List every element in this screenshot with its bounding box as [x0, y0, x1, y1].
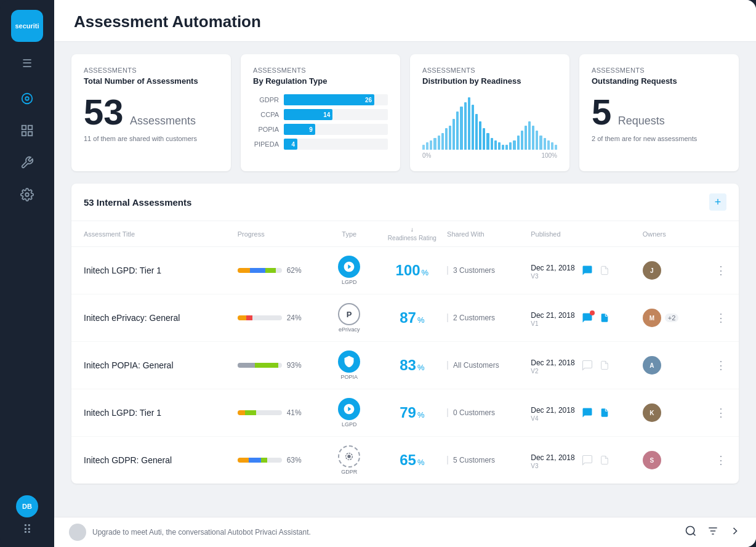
pub-version: V4 [531, 415, 574, 422]
progress-cell: 41% [238, 408, 321, 417]
progress-cell: 62% [238, 266, 321, 275]
progress-bar [238, 268, 282, 273]
menu-toggle[interactable]: ☰ [17, 52, 37, 75]
type-cell: LGPD [321, 256, 377, 285]
col-header-shared: Shared With [447, 226, 531, 241]
stats-row: Assessments Total Number of Assessments … [71, 54, 739, 171]
pub-date: Dec 21, 2018 [531, 453, 574, 462]
owners-cell: S ⋮ [643, 451, 726, 469]
svg-point-6 [25, 193, 29, 197]
svg-rect-3 [28, 126, 32, 129]
readiness-cell: 65 % [377, 452, 447, 469]
owners-extra: +2 [665, 314, 679, 322]
shared-cell: 3 Customers [447, 266, 531, 275]
readiness-cell: 100 % [377, 262, 447, 279]
type-label: POPIA [340, 374, 358, 380]
owners-cell: A ⋮ [643, 356, 726, 375]
filter-bottom-icon[interactable] [707, 525, 719, 540]
row-menu-button[interactable]: ⋮ [715, 406, 726, 419]
svg-rect-5 [28, 132, 32, 136]
chat-avatar [69, 524, 86, 541]
nav-privacy[interactable] [15, 86, 39, 111]
pub-date: Dec 21, 2018 [531, 264, 574, 272]
doc-icon[interactable] [597, 405, 612, 420]
logo[interactable]: securiti [11, 10, 43, 42]
svg-point-9 [686, 527, 694, 535]
type-label: LGPD [342, 421, 357, 427]
row-menu-button[interactable]: ⋮ [715, 264, 726, 277]
progress-pct: 63% [287, 456, 302, 464]
type-cell: GDPR [321, 445, 377, 475]
pub-date: Dec 21, 2018 [531, 311, 574, 320]
readiness-unit: % [417, 410, 425, 419]
row-title: Initech LGPD: Tier 1 [84, 265, 238, 275]
svg-point-8 [348, 455, 350, 458]
bar-gdpr: GDPR 26 [253, 94, 388, 105]
col-header-owners: Owners [643, 226, 726, 241]
col-header-published: Published [531, 226, 643, 241]
bar-popia: POPIA 9 [253, 124, 388, 135]
stat-total-assessments: Assessments Total Number of Assessments … [71, 54, 231, 171]
regulation-bar-chart: GDPR 26 CCPA 14 POPIA 9 [253, 94, 388, 150]
shared-text: 0 Customers [453, 408, 495, 417]
sidebar-dots[interactable]: ⠿ [23, 522, 32, 537]
nav-settings[interactable] [15, 182, 39, 207]
shared-text: 3 Customers [453, 266, 495, 275]
readiness-value: 65 [400, 452, 416, 469]
published-cell: Dec 21, 2018 V3 [531, 452, 643, 469]
row-title: Initech LGPD: Tier 1 [84, 408, 238, 418]
col-header-progress: Progress [238, 226, 321, 241]
stat-by-regulation: Assessments By Regulation Type GDPR 26 C… [241, 54, 400, 171]
bar-ccpa: CCPA 14 [253, 109, 388, 120]
pub-icons [580, 453, 612, 468]
readiness-cell: 83 % [377, 357, 447, 374]
add-assessment-button[interactable]: + [709, 193, 726, 211]
type-label: ePrivacy [339, 326, 360, 333]
main-content: Assessment Automation Assessments Total … [54, 0, 756, 547]
published-cell: Dec 21, 2018 V1 [531, 309, 643, 327]
nav-tools[interactable] [15, 150, 39, 175]
row-menu-button[interactable]: ⋮ [715, 311, 726, 325]
search-bottom-icon[interactable] [685, 525, 697, 540]
owner-avatar: K [643, 403, 661, 422]
chat-text: Upgrade to meet Auti, the conversational… [92, 528, 311, 537]
readiness-value: 100 [396, 262, 420, 279]
table-row: Initech ePrivacy: General 24% P ePrivacy… [71, 294, 739, 342]
chat-icon[interactable] [580, 263, 595, 278]
type-cell: P ePrivacy [321, 303, 377, 333]
distribution-chart [422, 94, 557, 150]
type-label: LGPD [342, 279, 357, 285]
row-title: Initech ePrivacy: General [84, 313, 238, 323]
progress-bar [238, 458, 282, 463]
shared-text: All Customers [453, 361, 499, 370]
readiness-unit: % [422, 268, 429, 277]
doc-icon[interactable] [597, 310, 612, 325]
published-cell: Dec 21, 2018 V2 [531, 357, 643, 375]
table-row: Initech LGPD: Tier 1 62% LGPD 100 % 3 Cu… [71, 247, 739, 294]
svg-rect-2 [22, 126, 26, 129]
header: Assessment Automation [54, 0, 756, 42]
published-cell: Dec 21, 2018 V3 [531, 262, 643, 280]
svg-point-0 [22, 94, 33, 104]
readiness-value: 79 [400, 404, 416, 421]
chat-icon-empty [580, 358, 595, 373]
row-menu-button[interactable]: ⋮ [715, 453, 726, 467]
pub-version: V3 [531, 273, 574, 280]
table-header: 53 Internal Assessments + [71, 184, 739, 221]
row-menu-button[interactable]: ⋮ [715, 359, 726, 372]
doc-icon-empty [597, 263, 612, 278]
chat-icon[interactable] [580, 405, 595, 420]
readiness-unit: % [417, 315, 425, 325]
table-title: 53 Internal Assessments [84, 197, 191, 208]
user-avatar[interactable]: DB [16, 495, 38, 517]
progress-pct: 93% [287, 361, 302, 370]
svg-line-10 [693, 533, 696, 536]
svg-rect-4 [22, 132, 26, 136]
expand-bottom-icon[interactable] [729, 525, 741, 540]
progress-cell: 24% [238, 314, 321, 322]
chat-icon[interactable] [580, 310, 595, 325]
stat-outstanding: Assessments Outstanding Requests 5 Reque… [579, 54, 739, 171]
chat-icon-empty [580, 453, 595, 468]
nav-dashboard[interactable] [15, 118, 39, 143]
owner-avatar: S [643, 451, 661, 469]
